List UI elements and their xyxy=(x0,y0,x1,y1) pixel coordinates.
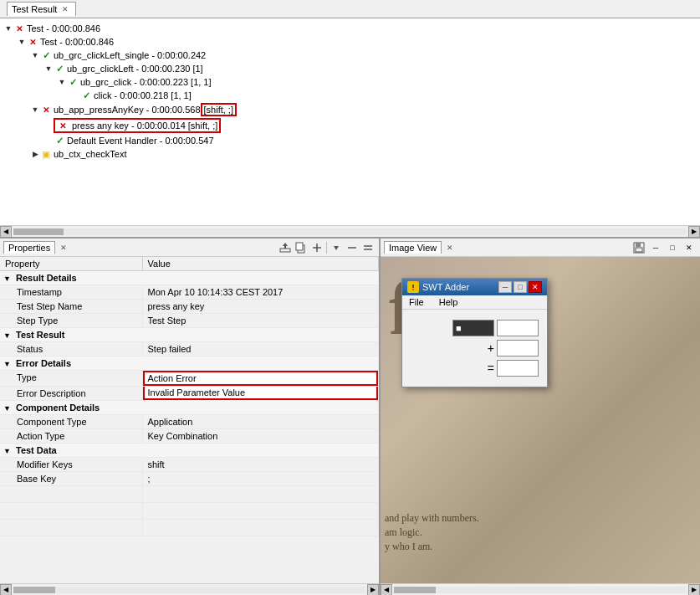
props-hscroll-right[interactable]: ▶ xyxy=(367,584,379,596)
add-btn[interactable] xyxy=(309,240,324,255)
prop-label-timestamp: Timestamp xyxy=(0,285,142,300)
section-expand-2[interactable]: ▼ xyxy=(3,331,11,340)
tree-node-3[interactable]: ▼ ✓ ub_grc_clickLeft_single - 0:00:00.24… xyxy=(3,49,697,62)
expand-icon-2[interactable]: ▼ xyxy=(17,37,27,47)
section-expand-5[interactable]: ▼ xyxy=(3,447,11,455)
test-result-close-icon[interactable]: ✕ xyxy=(59,3,71,15)
properties-tab-area: Properties ✕ xyxy=(3,241,69,254)
swt-plus-row: + xyxy=(411,340,539,356)
expand-icon-4[interactable]: ▼ xyxy=(43,64,54,74)
prop-row-status: Status Step failed xyxy=(0,342,379,356)
tree-node-6[interactable]: ▶ ✓ click - 0:00:00.218 [1, 1] xyxy=(3,89,697,102)
copy-btn[interactable] xyxy=(294,240,309,255)
tree-node-7[interactable]: ▼ ✕ ub_app_pressAnyKey - 0:00:00.568 [sh… xyxy=(3,102,697,117)
image-save-btn[interactable] xyxy=(631,240,646,255)
section-component-details: ▼ Component Details xyxy=(0,401,379,415)
img-hscroll-thumb[interactable] xyxy=(394,587,436,593)
prop-row-componenttype: Component Type Application xyxy=(0,415,379,429)
tree-node-4[interactable]: ▼ ✓ ub_grc_clickLeft - 0:00:00.230 [1] xyxy=(3,62,697,75)
image-close-btn[interactable]: ✕ xyxy=(682,240,697,255)
expand-icon-7[interactable]: ▼ xyxy=(30,105,40,115)
expand-icon-3[interactable]: ▼ xyxy=(30,50,40,60)
tree-node-2[interactable]: ▼ ✕ Test - 0:00:00.846 xyxy=(3,35,697,49)
swt-menubar: File Help xyxy=(402,295,547,310)
prop-label-status: Status xyxy=(0,342,142,356)
image-view-tab-label[interactable]: Image View xyxy=(384,241,442,254)
tree-node-9[interactable]: ▶ ✓ Default Event Handler - 0:00:00.547 xyxy=(3,134,697,147)
image-hscrollbar[interactable]: ◀ ▶ xyxy=(381,583,700,595)
swt-minimize-btn[interactable]: ─ xyxy=(498,281,512,293)
properties-tab-label[interactable]: Properties xyxy=(3,241,55,254)
svg-point-15 xyxy=(412,289,414,290)
section-expand-3[interactable]: ▼ xyxy=(3,360,11,368)
svg-marker-1 xyxy=(283,243,288,249)
img-hscroll-right[interactable]: ▶ xyxy=(688,584,700,596)
swt-adder-dialog[interactable]: SWT Adder ─ □ ✕ File Help xyxy=(401,278,548,387)
hscroll-left-btn[interactable]: ◀ xyxy=(0,226,12,238)
props-hscrollbar[interactable]: ◀ ▶ xyxy=(0,583,379,595)
node-text-3: ub_grc_clickLeft_single - 0:00:00.242 xyxy=(54,50,206,60)
props-hscroll-track[interactable] xyxy=(13,587,365,593)
tree-node-1[interactable]: ▼ ✕ Test - 0:00:00.846 xyxy=(3,22,697,35)
img-hscroll-left[interactable]: ◀ xyxy=(381,584,392,596)
prop-label-actiontype: Action Type xyxy=(0,429,142,444)
hscroll-track[interactable] xyxy=(13,228,687,235)
swt-result-input[interactable] xyxy=(497,360,539,377)
swt-input-row-1 xyxy=(411,320,539,336)
expand-icon-10[interactable]: ▶ xyxy=(30,149,40,159)
expand-icon-5[interactable]: ▼ xyxy=(57,77,67,87)
status-icon-10: ▣ xyxy=(40,148,52,160)
tree-node-8[interactable]: ▶ ✕ press any key - 0:00:00.014 [shift, … xyxy=(3,117,697,134)
node-text-8: press any key - 0:00:00.014 [shift, ;] xyxy=(72,121,217,131)
status-icon-6: ✓ xyxy=(80,90,92,101)
properties-table-area: Property Value ▼ Result Details xyxy=(0,257,379,583)
image-view-content: ft and play with numbers. am logic. y wh… xyxy=(381,257,700,583)
swt-close-btn[interactable]: ✕ xyxy=(529,281,542,293)
swt-body: + = xyxy=(402,310,547,387)
swt-input-2[interactable] xyxy=(497,320,539,336)
svg-rect-11 xyxy=(636,243,641,247)
section-test-result: ▼ Test Result xyxy=(0,328,379,342)
section-expand-4[interactable]: ▼ xyxy=(3,404,11,413)
section-expand-1[interactable]: ▼ xyxy=(3,274,11,283)
tree-node-10[interactable]: ▶ ▣ ub_ctx_checkText xyxy=(3,147,697,161)
prop-value-componenttype: Application xyxy=(142,415,379,429)
prop-value-modifierkeys: shift xyxy=(142,458,379,472)
hscroll-thumb[interactable] xyxy=(13,228,64,235)
status-icon-3: ✓ xyxy=(40,49,52,61)
svg-marker-6 xyxy=(334,246,339,250)
swt-maximize-btn[interactable]: □ xyxy=(514,281,527,293)
section-test-data: ▼ Test Data xyxy=(0,444,379,458)
img-hscroll-track[interactable] xyxy=(394,587,687,593)
prop-value-type: Action Error xyxy=(142,371,379,387)
properties-close-icon[interactable]: ✕ xyxy=(58,242,69,254)
image-view-close-icon[interactable]: ✕ xyxy=(444,242,456,254)
prop-label-teststepname: Test Step Name xyxy=(0,300,142,314)
test-result-tab[interactable]: Test Result ✕ xyxy=(7,2,76,16)
dropdown-btn[interactable] xyxy=(329,240,344,255)
test-result-tree[interactable]: ▼ ✕ Test - 0:00:00.846 ▼ ✕ Test - 0:00:0… xyxy=(0,18,700,225)
prop-value-basekey: ; xyxy=(142,472,379,486)
test-result-tab-label: Test Result xyxy=(12,4,57,14)
tree-node-5[interactable]: ▼ ✓ ub_grc_click - 0:00:00.223 [1, 1] xyxy=(3,75,697,89)
error-desc-highlight: Invalid Parameter Value xyxy=(143,387,379,400)
image-maximize-btn[interactable]: □ xyxy=(665,240,680,255)
swt-input-1[interactable] xyxy=(452,320,494,336)
swt-input-3[interactable] xyxy=(497,340,539,356)
minus-btn[interactable] xyxy=(345,240,360,255)
minus2-btn[interactable] xyxy=(360,240,376,255)
expand-icon-1[interactable]: ▼ xyxy=(3,23,13,33)
prop-value-errordesc: Invalid Parameter Value xyxy=(142,387,379,401)
tree-hscrollbar[interactable]: ◀ ▶ xyxy=(0,225,700,237)
export-btn[interactable] xyxy=(278,240,293,255)
props-hscroll-thumb[interactable] xyxy=(13,587,55,593)
test-result-panel: Test Result ✕ ▼ ✕ Test - 0:00:00.846 ▼ ✕… xyxy=(0,0,700,239)
swt-menu-help[interactable]: Help xyxy=(436,296,462,308)
test-result-tab-bar: Test Result ✕ xyxy=(0,0,700,18)
properties-panel: Properties ✕ xyxy=(0,239,381,595)
image-minimize-btn[interactable]: ─ xyxy=(648,240,663,255)
swt-menu-file[interactable]: File xyxy=(406,296,427,308)
hscroll-right-btn[interactable]: ▶ xyxy=(688,226,700,238)
props-hscroll-left[interactable]: ◀ xyxy=(0,584,12,596)
node-text-4: ub_grc_clickLeft - 0:00:00.230 [1] xyxy=(67,64,203,74)
